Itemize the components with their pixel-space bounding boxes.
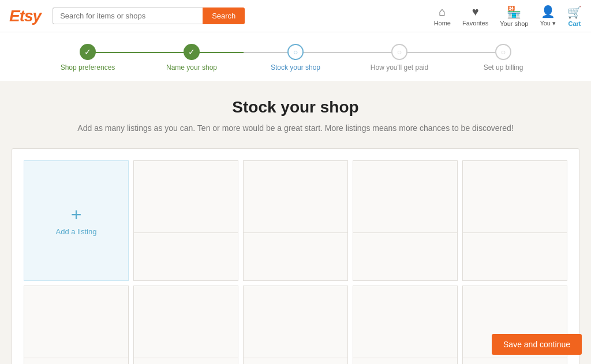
- step-name-your-shop[interactable]: ✓ Name your shop: [140, 44, 244, 72]
- listing-card-info: [24, 358, 128, 364]
- add-listing-card[interactable]: + Add a listing: [24, 160, 129, 281]
- add-icon: +: [71, 205, 82, 224]
- nav-favorites-label: Favorites: [462, 20, 488, 27]
- search-bar: Search: [53, 7, 249, 24]
- step-circle-shop-preferences: ✓: [80, 44, 96, 60]
- nav-cart-label: Cart: [568, 20, 581, 27]
- header: Etsy Search ⌂ Home ♥ Favorites 🏪 Your sh…: [0, 0, 591, 32]
- heart-icon: ♥: [472, 5, 479, 18]
- stepper: ✓ Shop preferences ✓ Name your shop ○ St…: [36, 44, 555, 72]
- listing-card-info: [353, 233, 457, 281]
- step-circle-how-youll-get-paid: ○: [391, 44, 407, 60]
- nav-favorites[interactable]: ♥ Favorites: [462, 5, 488, 27]
- listing-card-info: [353, 358, 457, 364]
- listing-card-info: [463, 358, 567, 364]
- header-nav: ⌂ Home ♥ Favorites 🏪 Your shop 👤 You ▾ 🛒…: [434, 5, 582, 27]
- listing-card[interactable]: [353, 286, 458, 364]
- nav-your-shop[interactable]: 🏪 Your shop: [500, 5, 528, 27]
- listing-card-info: [134, 358, 238, 364]
- nav-home-label: Home: [434, 20, 451, 27]
- step-label-name-your-shop: Name your shop: [166, 63, 217, 72]
- listing-card-image: [463, 161, 567, 233]
- step-circle-stock-your-shop: ○: [287, 44, 304, 60]
- step-stock-your-shop[interactable]: ○ Stock your shop: [244, 44, 347, 72]
- page-subtitle: Add as many listings as you can. Ten or …: [12, 122, 579, 134]
- listing-card[interactable]: [243, 286, 348, 364]
- search-button[interactable]: Search: [203, 7, 245, 24]
- listing-card[interactable]: [24, 286, 129, 364]
- nav-you-label: You ▾: [540, 20, 556, 27]
- step-set-up-billing[interactable]: ○ Set up billing: [451, 44, 555, 72]
- step-circle-name-your-shop: ✓: [184, 44, 200, 60]
- nav-your-shop-label: Your shop: [500, 20, 528, 27]
- listing-card-info: [244, 358, 347, 364]
- listing-card[interactable]: [243, 160, 348, 281]
- listing-card-image: [353, 161, 457, 233]
- home-icon: ⌂: [439, 5, 446, 18]
- main-content: Stock your shop Add as many listings as …: [0, 81, 591, 364]
- listing-card-image: [244, 286, 347, 358]
- listings-container: + Add a listing: [12, 148, 579, 364]
- page-title: Stock your shop: [12, 98, 579, 117]
- listing-card[interactable]: [133, 160, 238, 281]
- step-label-set-up-billing: Set up billing: [484, 63, 523, 72]
- etsy-logo[interactable]: Etsy: [9, 7, 41, 25]
- listing-card-info: [244, 233, 347, 281]
- listing-card[interactable]: [353, 160, 458, 281]
- add-listing-label: Add a listing: [56, 227, 97, 236]
- shop-icon: 🏪: [507, 5, 521, 19]
- step-shop-preferences[interactable]: ✓ Shop preferences: [36, 44, 140, 72]
- listing-card-image: [244, 161, 347, 233]
- nav-home[interactable]: ⌂ Home: [434, 5, 451, 27]
- listing-card-image: [134, 286, 238, 358]
- listings-grid: + Add a listing: [24, 160, 567, 364]
- search-input[interactable]: [53, 7, 203, 24]
- step-how-youll-get-paid[interactable]: ○ How you'll get paid: [347, 44, 451, 72]
- step-label-stock-your-shop: Stock your shop: [271, 63, 320, 72]
- listing-card[interactable]: [133, 286, 238, 364]
- stepper-container: ✓ Shop preferences ✓ Name your shop ○ St…: [0, 32, 591, 81]
- listing-card[interactable]: [462, 160, 567, 281]
- listing-card-image: [24, 286, 128, 358]
- listing-card-image: [134, 161, 238, 233]
- person-icon: 👤: [541, 5, 555, 18]
- listing-card-image: [353, 286, 457, 358]
- step-circle-set-up-billing: ○: [495, 44, 511, 60]
- cart-icon: 🛒: [567, 5, 582, 19]
- listing-card-info: [134, 233, 238, 281]
- step-label-shop-preferences: Shop preferences: [61, 63, 115, 72]
- save-and-continue-button[interactable]: Save and continue: [492, 334, 582, 355]
- listing-card-info: [463, 233, 567, 281]
- step-label-how-youll-get-paid: How you'll get paid: [371, 63, 428, 72]
- nav-you[interactable]: 👤 You ▾: [540, 5, 556, 27]
- nav-cart[interactable]: 🛒 Cart: [567, 5, 582, 27]
